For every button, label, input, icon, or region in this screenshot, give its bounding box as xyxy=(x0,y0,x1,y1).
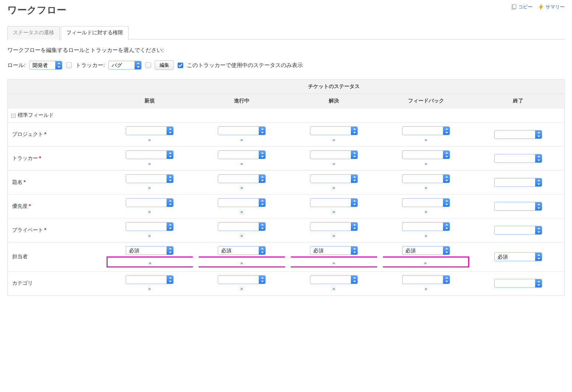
table-row: 優先度*»»»» xyxy=(8,195,565,218)
permission-select[interactable] xyxy=(494,279,542,288)
permission-select[interactable] xyxy=(126,198,174,207)
permission-select[interactable] xyxy=(402,150,450,159)
role-select[interactable]: 開発者 xyxy=(29,61,62,70)
role-select-all-button[interactable] xyxy=(66,62,72,68)
permission-select[interactable] xyxy=(218,275,266,284)
propagate-icon[interactable]: » xyxy=(240,209,243,214)
propagate-icon[interactable]: » xyxy=(148,233,151,238)
tab-status-transitions[interactable]: ステータスの遷移 xyxy=(7,26,60,39)
table-row: プライベート*»»»» xyxy=(8,218,565,242)
propagate-icon[interactable]: » xyxy=(425,209,427,214)
propagate-icon[interactable]: » xyxy=(425,286,427,291)
permissions-grid: チケットのステータス 新規進行中解決フィードバック終了 −標準フィールドプロジェ… xyxy=(7,79,565,295)
propagate-icon[interactable]: » xyxy=(148,209,151,214)
required-star: * xyxy=(24,179,25,185)
status-column-header: 終了 xyxy=(472,94,565,108)
permission-select[interactable]: 必須 xyxy=(310,246,358,255)
copy-icon xyxy=(511,4,517,10)
collapse-button[interactable]: − xyxy=(11,114,15,118)
permission-select[interactable] xyxy=(310,174,358,183)
only-used-label[interactable]: このトラッカーで使用中のステータスのみ表示 xyxy=(187,62,303,69)
field-label: トラッカー* xyxy=(8,147,104,171)
permission-select[interactable]: 必須 xyxy=(126,246,174,255)
permission-select[interactable] xyxy=(218,198,266,207)
permission-select[interactable] xyxy=(126,150,174,159)
field-label: 担当者 xyxy=(8,242,104,272)
propagate-icon[interactable]: » xyxy=(148,185,151,190)
permission-select[interactable] xyxy=(494,178,542,187)
propagate-icon[interactable]: » xyxy=(240,185,243,190)
only-used-checkbox[interactable] xyxy=(178,63,183,68)
copy-link-label: コピー xyxy=(518,4,533,10)
propagate-icon[interactable]: » xyxy=(199,260,285,266)
permission-select[interactable]: 必須 xyxy=(494,252,542,261)
propagate-icon[interactable]: » xyxy=(240,233,243,238)
summary-link[interactable]: サマリー xyxy=(538,4,565,10)
propagate-icon[interactable]: » xyxy=(108,260,193,266)
propagate-icon[interactable]: » xyxy=(332,209,335,214)
field-label: プライベート* xyxy=(8,218,104,242)
edit-button[interactable]: 編集 xyxy=(155,60,174,70)
permission-select[interactable]: 必須 xyxy=(402,246,450,255)
propagate-icon[interactable]: » xyxy=(332,233,335,238)
permission-select[interactable] xyxy=(218,222,266,231)
propagate-icon[interactable]: » xyxy=(148,137,151,143)
permission-select[interactable] xyxy=(494,130,542,139)
permission-select[interactable] xyxy=(310,222,358,231)
permission-select[interactable] xyxy=(494,226,542,235)
permission-select[interactable] xyxy=(310,126,358,135)
propagate-icon[interactable]: » xyxy=(240,137,243,143)
permission-select[interactable] xyxy=(310,275,358,284)
propagate-icon[interactable]: » xyxy=(240,286,243,291)
tab-field-permissions[interactable]: フィールドに対する権限 xyxy=(61,26,129,39)
filter-row: ロール: 開発者 トラッカー: バグ 編集 このトラッカーで使用中のステータスの… xyxy=(7,60,565,70)
svg-rect-1 xyxy=(513,4,516,8)
permission-select[interactable] xyxy=(218,150,266,159)
field-label: 題名* xyxy=(8,171,104,195)
field-label: プロジェクト* xyxy=(8,123,104,147)
propagate-icon[interactable]: » xyxy=(332,286,335,291)
permission-select[interactable] xyxy=(310,150,358,159)
permission-select[interactable] xyxy=(218,174,266,183)
table-row: カテゴリ»»»» xyxy=(8,272,565,295)
propagate-icon[interactable]: » xyxy=(383,260,468,266)
copy-link[interactable]: コピー xyxy=(511,4,533,10)
permission-select[interactable] xyxy=(402,275,450,284)
permission-select[interactable] xyxy=(310,198,358,207)
permission-select[interactable]: 必須 xyxy=(218,246,266,255)
lightning-icon xyxy=(538,4,544,10)
status-column-header: 解決 xyxy=(288,94,380,108)
required-star: * xyxy=(44,131,46,137)
permission-select[interactable] xyxy=(126,126,174,135)
permission-select[interactable] xyxy=(402,198,450,207)
permission-select[interactable] xyxy=(494,154,542,163)
permission-select[interactable] xyxy=(218,126,266,135)
propagate-icon[interactable]: » xyxy=(332,137,335,143)
propagate-icon[interactable]: » xyxy=(425,233,427,238)
propagate-icon[interactable]: » xyxy=(291,260,377,266)
propagate-icon[interactable]: » xyxy=(332,185,335,190)
permission-select[interactable] xyxy=(402,222,450,231)
permission-select[interactable] xyxy=(402,174,450,183)
permission-select[interactable] xyxy=(126,174,174,183)
required-star: * xyxy=(29,203,31,209)
propagate-icon[interactable]: » xyxy=(332,161,335,167)
table-row: トラッカー*»»»» xyxy=(8,147,565,171)
tracker-label: トラッカー: xyxy=(76,62,105,69)
permission-select[interactable] xyxy=(126,275,174,284)
tracker-select[interactable]: バグ xyxy=(108,61,142,70)
propagate-icon[interactable]: » xyxy=(425,161,427,167)
page-title: ワークフロー xyxy=(7,4,66,17)
status-column-header: フィードバック xyxy=(380,94,472,108)
propagate-icon[interactable]: » xyxy=(148,286,151,291)
permission-select[interactable] xyxy=(126,222,174,231)
permission-select[interactable] xyxy=(494,202,542,211)
propagate-icon[interactable]: » xyxy=(425,185,427,190)
propagate-icon[interactable]: » xyxy=(148,161,151,167)
propagate-icon[interactable]: » xyxy=(240,161,243,167)
propagate-icon[interactable]: » xyxy=(425,137,427,143)
tracker-select-all-button[interactable] xyxy=(145,62,151,68)
field-label: カテゴリ xyxy=(8,272,104,295)
permission-select[interactable] xyxy=(402,126,450,135)
grid-header: チケットのステータス xyxy=(104,80,565,94)
